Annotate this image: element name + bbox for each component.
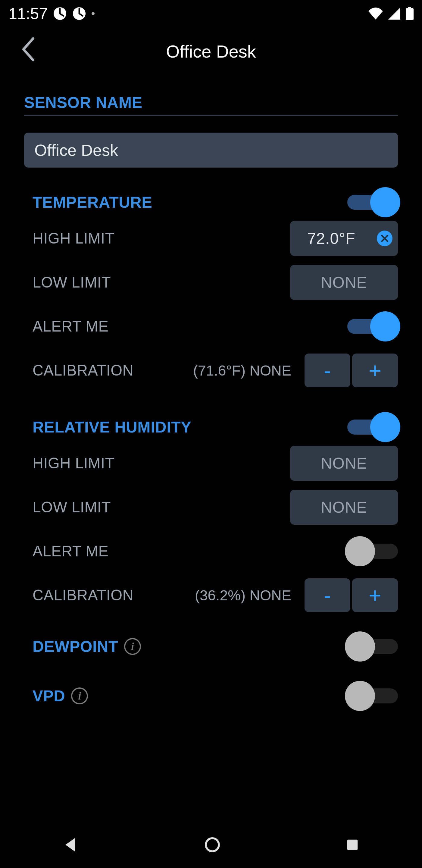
close-icon: [381, 234, 389, 243]
info-icon[interactable]: i: [124, 638, 141, 655]
plus-icon: +: [369, 358, 381, 383]
row-label: LOW LIMIT: [33, 498, 111, 516]
dewpoint-section: DEWPOINT i: [24, 617, 398, 661]
humidity-calibration-row: CALIBRATION (36.2%) NONE - +: [24, 573, 398, 617]
sensor-name-label: SENSOR NAME: [24, 75, 398, 116]
svg-rect-2: [408, 7, 411, 8]
vpd-section: VPD i: [24, 661, 398, 710]
value-text: NONE: [321, 273, 367, 291]
humidity-alert-row: ALERT ME: [24, 529, 398, 573]
minus-icon: -: [324, 358, 331, 383]
value-text: NONE: [321, 498, 367, 516]
temperature-high-limit-row: HIGH LIMIT 72.0°F: [24, 216, 398, 260]
nav-back-button[interactable]: [63, 836, 79, 855]
status-app-icon-2: [72, 7, 86, 21]
humidity-high-limit-button[interactable]: NONE: [290, 446, 398, 481]
humidity-high-limit-row: HIGH LIMIT NONE: [24, 441, 398, 485]
temperature-alert-toggle[interactable]: [347, 316, 398, 337]
row-label: HIGH LIMIT: [33, 230, 115, 247]
nav-recents-button[interactable]: [346, 838, 359, 853]
temperature-calibration-row: CALIBRATION (71.6°F) NONE - +: [24, 348, 398, 393]
nav-home-button[interactable]: [204, 837, 220, 854]
status-time: 11:57: [8, 4, 47, 23]
clear-high-limit-button[interactable]: [377, 230, 392, 246]
status-bar: 11:57: [0, 0, 422, 27]
humidity-low-limit-row: LOW LIMIT NONE: [24, 485, 398, 529]
row-label: HIGH LIMIT: [33, 455, 115, 472]
android-nav-bar: [0, 823, 422, 868]
row-label: CALIBRATION: [33, 587, 133, 604]
temperature-toggle[interactable]: [347, 192, 398, 213]
calibration-minus-button[interactable]: -: [304, 353, 350, 387]
humidity-title: RELATIVE HUMIDITY: [33, 418, 192, 436]
content: SENSOR NAME TEMPERATURE HIGH LIMIT 72.0°…: [0, 75, 422, 728]
calibration-reading: (36.2%) NONE: [195, 587, 291, 604]
dewpoint-toggle[interactable]: [347, 636, 398, 657]
calibration-plus-button[interactable]: +: [352, 578, 398, 612]
value-text: 72.0°F: [290, 229, 372, 247]
calibration-plus-button[interactable]: +: [352, 353, 398, 387]
battery-icon: [406, 7, 414, 20]
temperature-high-limit-button[interactable]: 72.0°F: [290, 221, 398, 256]
vpd-title: VPD: [33, 687, 65, 705]
svg-rect-5: [347, 840, 358, 850]
status-app-icon-1: [53, 7, 67, 21]
sensor-name-input[interactable]: [24, 133, 398, 167]
vpd-toggle[interactable]: [347, 685, 398, 707]
humidity-low-limit-button[interactable]: NONE: [290, 490, 398, 525]
row-label: ALERT ME: [33, 318, 108, 335]
row-label: CALIBRATION: [33, 362, 133, 379]
humidity-calibration-stepper: - +: [304, 578, 398, 612]
humidity-toggle[interactable]: [347, 416, 398, 438]
wifi-icon: [368, 7, 383, 20]
svg-point-4: [206, 838, 219, 851]
value-text: NONE: [321, 454, 367, 472]
chevron-left-icon: [21, 37, 36, 61]
temperature-alert-row: ALERT ME: [24, 304, 398, 348]
humidity-section: RELATIVE HUMIDITY: [24, 393, 398, 441]
page-title: Office Desk: [166, 41, 256, 61]
app-header: Office Desk: [0, 27, 422, 75]
status-dot-icon: [92, 12, 95, 15]
humidity-alert-toggle[interactable]: [347, 541, 398, 562]
temperature-calibration-stepper: - +: [304, 353, 398, 387]
temperature-title: TEMPERATURE: [33, 193, 152, 211]
calibration-reading: (71.6°F) NONE: [193, 362, 291, 379]
row-label: LOW LIMIT: [33, 274, 111, 291]
dewpoint-title: DEWPOINT: [33, 638, 118, 655]
info-icon[interactable]: i: [71, 687, 88, 704]
temperature-low-limit-row: LOW LIMIT NONE: [24, 260, 398, 304]
temperature-section: TEMPERATURE: [24, 167, 398, 216]
row-label: ALERT ME: [33, 542, 108, 560]
cellular-icon: [388, 7, 400, 20]
back-button[interactable]: [15, 31, 41, 71]
temperature-low-limit-button[interactable]: NONE: [290, 265, 398, 300]
calibration-minus-button[interactable]: -: [304, 578, 350, 612]
svg-rect-3: [406, 8, 414, 20]
plus-icon: +: [369, 583, 381, 608]
minus-icon: -: [324, 583, 331, 608]
